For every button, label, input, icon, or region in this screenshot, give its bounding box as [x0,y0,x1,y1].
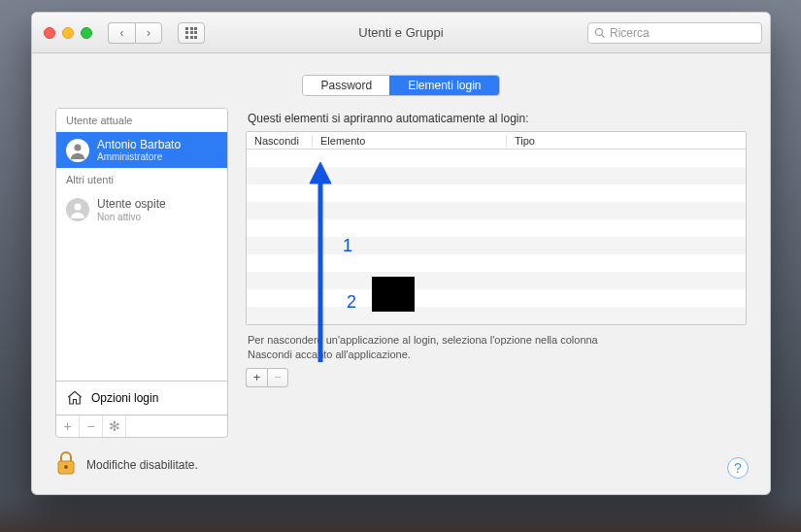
remove-user-button[interactable]: − [80,416,103,437]
plus-icon: + [253,370,261,384]
sidebar-user-guest[interactable]: Utente ospite Non attivo [56,191,227,227]
remove-login-item-button[interactable]: − [267,368,288,387]
lock-footer[interactable]: Modifiche disabilitate. [55,450,198,479]
user-role: Amministratore [97,151,181,162]
titlebar: ‹ › Utenti e Gruppi Ricerca [32,13,770,53]
user-status: Non attivo [97,212,166,222]
window-controls [44,27,92,39]
zoom-window-button[interactable] [81,27,92,39]
avatar [66,198,89,221]
help-button[interactable]: ? [727,457,749,479]
tab-bar: Password Elementi login [32,75,770,96]
svg-point-3 [64,465,68,469]
person-icon [68,200,87,219]
add-user-button[interactable]: + [56,416,80,437]
user-name: Utente ospite [97,197,166,211]
chevron-right-icon: › [147,26,150,40]
show-all-button[interactable] [178,22,205,44]
users-sidebar: Utente attuale Antonio Barbato Amministr… [55,108,228,438]
plus-icon: + [63,418,71,434]
login-options-button[interactable]: Opzioni login [56,381,227,415]
tab-login-items[interactable]: Elementi login [389,76,498,95]
table-body[interactable] [247,150,746,324]
back-button[interactable]: ‹ [108,22,135,44]
person-icon [68,141,87,160]
forward-button[interactable]: › [135,22,162,44]
login-items-table: Nascondi Elemento Tipo [246,131,747,325]
sidebar-header-other: Altri utenti [56,168,227,191]
minus-icon: − [86,418,94,434]
add-remove-segment: + − [246,368,747,387]
sidebar-actions-button[interactable]: ✻ [103,416,126,437]
sidebar-buttons: + − ✻ [56,415,227,437]
add-login-item-button[interactable]: + [246,368,267,387]
main-panel: Questi elementi si apriranno automaticam… [246,108,747,387]
house-icon [66,389,83,407]
search-input[interactable]: Ricerca [587,22,762,44]
col-hide[interactable]: Nascondi [247,135,313,147]
lock-text: Modifiche disabilitate. [86,458,198,472]
login-items-intro: Questi elementi si apriranno automaticam… [248,112,747,125]
gear-icon: ✻ [109,418,120,434]
table-header: Nascondi Elemento Tipo [247,132,746,150]
login-options-label: Opzioni login [91,391,158,405]
hint-text: Per nascondere un'applicazione al login,… [248,333,636,362]
svg-point-1 [75,204,82,211]
col-item[interactable]: Elemento [313,135,507,147]
grid-icon [185,27,197,39]
annotation-label-2: 2 [347,292,356,313]
svg-point-0 [75,144,82,150]
avatar [66,139,89,162]
preferences-window: ‹ › Utenti e Gruppi Ricerca Password Ele… [31,12,771,495]
tab-password[interactable]: Password [303,76,389,95]
annotation-redaction-box [372,277,415,312]
search-icon [594,27,606,39]
lock-icon [55,450,77,479]
sidebar-header-current: Utente attuale [56,109,227,132]
col-kind[interactable]: Tipo [507,135,746,147]
annotation-label-1: 1 [343,236,352,256]
user-name: Antonio Barbato [97,138,181,151]
chevron-left-icon: ‹ [120,26,124,40]
help-icon: ? [734,460,742,476]
minimize-window-button[interactable] [62,27,74,39]
close-window-button[interactable] [44,27,55,39]
sidebar-user-current[interactable]: Antonio Barbato Amministratore [56,132,227,168]
nav-segment: ‹ › [108,22,162,44]
minus-icon: − [274,370,282,384]
search-placeholder: Ricerca [610,26,650,40]
